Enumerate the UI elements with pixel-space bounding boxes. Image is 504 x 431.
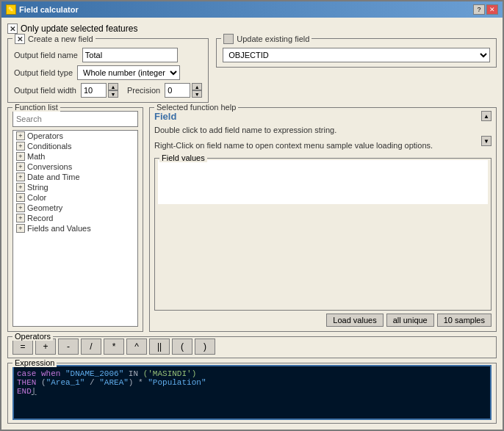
- op-plus[interactable]: +: [35, 338, 56, 355]
- expression-line2: THEN ("Area_1" / "AREA") * "Population": [17, 378, 487, 387]
- tree-item-fields-values[interactable]: + Fields and Values: [13, 223, 137, 233]
- help-inner: Field Double click to add field name to …: [154, 111, 492, 327]
- title-bar: ✎ Field calculator ? ✕: [1, 1, 503, 18]
- precision-down-btn[interactable]: ▼: [192, 90, 202, 98]
- field-values-group: Field values: [154, 158, 492, 311]
- tree-item-math[interactable]: + Math: [13, 151, 137, 162]
- function-list-group: Function list + Operators + Conditionals…: [7, 107, 143, 332]
- width-spinner: ▲ ▼: [81, 83, 118, 98]
- expression-line3: END|: [17, 387, 487, 396]
- expander-conversions[interactable]: +: [16, 162, 25, 171]
- load-values-row: Load values all unique 10 samples: [154, 314, 492, 327]
- title-bar-left: ✎ Field calculator: [6, 4, 79, 15]
- output-field-width-row: Output field width ▲ ▼ Precision: [14, 83, 202, 98]
- precision-spinner: ▲ ▼: [165, 83, 202, 98]
- update-field-checkbox[interactable]: [223, 34, 234, 44]
- create-field-group: ✕ Create a new field Output field name O…: [7, 38, 209, 103]
- help-line1: Double click to add field name to expres…: [154, 125, 478, 136]
- operators-buttons: = + - / * ^ || ( ): [12, 338, 492, 355]
- create-field-checkbox[interactable]: ✕: [15, 34, 25, 44]
- output-field-type-label: Output field type: [14, 68, 73, 77]
- output-field-type-row: Output field type Whole number (integer): [14, 65, 202, 80]
- field-values-content: [158, 160, 488, 204]
- precision-spinner-buttons: ▲ ▼: [192, 83, 202, 98]
- help-scroll-down[interactable]: ▼: [481, 136, 492, 146]
- output-field-type-select[interactable]: Whole number (integer): [77, 65, 180, 80]
- op-close-paren[interactable]: ): [195, 338, 215, 355]
- help-line2: Right-Click on field name to open contex…: [154, 140, 478, 151]
- output-field-name-row: Output field name: [14, 48, 202, 62]
- load-values-button[interactable]: Load values: [326, 314, 383, 327]
- op-pipes[interactable]: ||: [149, 338, 170, 355]
- tree-item-conditionals[interactable]: + Conditionals: [13, 141, 137, 151]
- search-input[interactable]: [12, 111, 138, 127]
- function-tree: + Operators + Conditionals + Math + Conv…: [12, 130, 138, 327]
- main-window: ✎ Field calculator ? ✕ ✕ Only update sel…: [0, 0, 504, 431]
- expander-operators[interactable]: +: [16, 131, 25, 140]
- output-field-name-label: Output field name: [14, 51, 78, 59]
- update-field-select[interactable]: OBJECTID: [223, 48, 490, 62]
- tree-item-string[interactable]: + String: [13, 182, 137, 192]
- help-scroll-up[interactable]: ▲: [481, 111, 492, 121]
- op-open-paren[interactable]: (: [172, 338, 192, 355]
- precision-input[interactable]: [165, 83, 190, 98]
- expression-legend: Expression: [12, 358, 57, 367]
- help-button[interactable]: ?: [473, 4, 485, 15]
- op-caret[interactable]: ^: [126, 338, 147, 355]
- width-input[interactable]: [81, 83, 107, 98]
- output-field-width-label: Output field width: [14, 86, 76, 95]
- all-unique-button[interactable]: all unique: [386, 314, 434, 327]
- operators-group: Operators = + - / * ^ || ( ): [7, 336, 497, 358]
- expander-string[interactable]: +: [16, 183, 25, 192]
- tree-item-geometry[interactable]: + Geometry: [13, 203, 137, 213]
- expander-conditionals[interactable]: +: [16, 142, 25, 151]
- tree-item-record[interactable]: + Record: [13, 213, 137, 223]
- close-button[interactable]: ✕: [486, 4, 498, 15]
- tree-item-color[interactable]: + Color: [13, 192, 137, 203]
- field-values-legend: Field values: [159, 153, 207, 162]
- expression-line1: case when "DNAME_2006" IN ('MASINDI'): [17, 369, 487, 378]
- main-panels: Function list + Operators + Conditionals…: [7, 107, 497, 332]
- op-divide[interactable]: /: [81, 338, 101, 355]
- only-update-checkbox[interactable]: ✕: [7, 23, 18, 34]
- expander-record[interactable]: +: [16, 214, 25, 222]
- precision-label: Precision: [127, 86, 160, 95]
- expander-datetime[interactable]: +: [16, 173, 25, 181]
- op-equals[interactable]: =: [12, 338, 33, 355]
- expander-fields-values[interactable]: +: [16, 224, 25, 233]
- window-title: Field calculator: [19, 5, 79, 14]
- precision-up-btn[interactable]: ▲: [192, 83, 202, 90]
- content-area: ✕ Only update selected features ✕ Create…: [1, 18, 503, 430]
- op-multiply[interactable]: *: [104, 338, 124, 355]
- only-update-label: Only update selected features: [21, 23, 137, 34]
- update-field-group: Update existing field OBJECTID: [216, 38, 497, 68]
- expander-math[interactable]: +: [16, 152, 25, 161]
- help-title: Field: [154, 111, 478, 122]
- expander-color[interactable]: +: [16, 193, 25, 202]
- update-field-legend: Update existing field: [221, 34, 312, 44]
- window-icon: ✎: [6, 4, 16, 15]
- tree-item-operators[interactable]: + Operators: [13, 131, 137, 141]
- width-up-btn[interactable]: ▲: [108, 83, 118, 90]
- width-down-btn[interactable]: ▼: [108, 90, 118, 98]
- title-buttons: ? ✕: [473, 4, 498, 15]
- width-spinner-buttons: ▲ ▼: [108, 83, 118, 98]
- output-field-name-input[interactable]: [82, 48, 178, 62]
- expression-group: Expression case when "DNAME_2006" IN ('M…: [7, 363, 497, 424]
- operators-legend: Operators: [12, 332, 53, 341]
- tree-item-conversions[interactable]: + Conversions: [13, 162, 137, 172]
- field-section: ✕ Create a new field Output field name O…: [7, 38, 497, 103]
- tree-item-datetime[interactable]: + Date and Time: [13, 172, 137, 182]
- function-list-legend: Function list: [12, 103, 60, 112]
- create-field-legend: ✕ Create a new field: [12, 34, 96, 44]
- expander-geometry[interactable]: +: [16, 203, 25, 212]
- samples-button[interactable]: 10 samples: [437, 314, 492, 327]
- op-minus[interactable]: -: [58, 338, 79, 355]
- only-update-row: ✕ Only update selected features: [7, 23, 497, 34]
- help-group: Selected function help Field Double clic…: [149, 107, 497, 332]
